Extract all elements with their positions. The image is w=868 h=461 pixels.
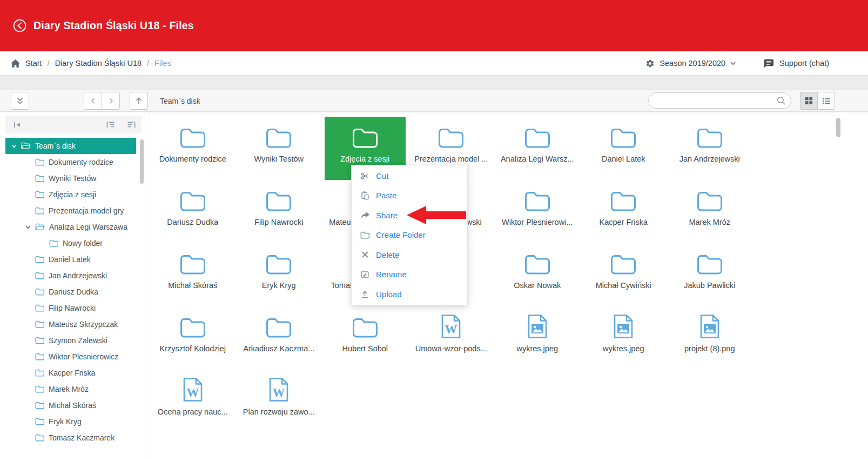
folder-tile-dokumenty-rodzice[interactable]: Dokumenty rodzice [152, 117, 233, 180]
folder-tile-filip-nawrocki[interactable]: Filip Nawrocki [238, 180, 319, 243]
tree-item-mateusz-skrzypczak[interactable]: Mateusz Skrzypczak [5, 316, 136, 332]
folder-icon [438, 123, 465, 149]
context-menu-item-cut[interactable]: Cut [352, 166, 467, 186]
folder-icon [352, 313, 379, 339]
collapse-panel-icon[interactable] [13, 121, 21, 129]
tree-item-zdj-cia-z-sesji[interactable]: Zdjęcia z sesji [5, 186, 136, 203]
double-chevron-down-button[interactable] [11, 92, 29, 110]
folder-tile-micha-cywi-ski[interactable]: Michał Cywiński [583, 243, 664, 306]
support-chat-link[interactable]: Support (chat) [764, 59, 829, 68]
tree-item-micha-sk-ra[interactable]: Michał Skóraś [5, 397, 136, 413]
tree-item-analiza-legi-warszawa[interactable]: Analiza Legi Warszawa [5, 219, 136, 235]
breadcrumb-item-diary[interactable]: Diary Stadion Śląski U18 [55, 59, 142, 68]
folder-tile-daniel-latek[interactable]: Daniel Latek [583, 117, 664, 180]
tree-item-label: Filip Nawrocki [49, 304, 96, 312]
folder-tile-kacper-friska[interactable]: Kacper Friska [583, 180, 664, 243]
file-label: Analiza Legi Warsz... [501, 155, 574, 163]
folder-tree-panel: Team`s diskDokumenty rodziceWyniki Testó… [5, 116, 147, 461]
folder-tile-arkadiusz-kaczma[interactable]: Arkadiusz Kaczma... [238, 306, 319, 370]
svg-text:W: W [445, 323, 457, 336]
tree-item-team-s-disk[interactable]: Team`s disk [5, 138, 136, 154]
folder-tile-wyniki-test-w[interactable]: Wyniki Testów [238, 117, 319, 180]
tree-item-label: Eryk Kryg [49, 417, 82, 426]
tree-item-label: Tomasz Kaczmarek [49, 433, 115, 442]
folder-tile-wiktor-plesnierowi[interactable]: Wiktor Plesnierowi... [497, 180, 578, 243]
word-file-icon: W [440, 313, 462, 339]
breadcrumb-bar: Start / Diary Stadion Śląski U18 / Files… [0, 51, 868, 76]
folder-tile-dariusz-dudka[interactable]: Dariusz Dudka [152, 180, 233, 243]
folder-tile-jakub-pawlicki[interactable]: Jakub Pawlicki [669, 243, 750, 306]
file-tile-wykres-jpeg[interactable]: wykres.jpeg [497, 306, 578, 370]
tree-item-filip-nawrocki[interactable]: Filip Nawrocki [5, 300, 136, 316]
tree-item-daniel-latek[interactable]: Daniel Latek [5, 251, 136, 268]
breadcrumb-separator: / [48, 59, 50, 68]
tree-item-label: Zdjęcia z sesji [49, 190, 96, 199]
folder-icon [696, 123, 723, 149]
breadcrumb-item-start[interactable]: Start [25, 59, 42, 68]
delete-icon [360, 251, 370, 258]
folder-icon [35, 191, 44, 198]
rename-icon [360, 270, 370, 279]
folder-icon [179, 250, 206, 276]
tree-item-eryk-kryg[interactable]: Eryk Kryg [5, 413, 136, 430]
file-label: Daniel Latek [602, 155, 645, 163]
tree-item-kacper-friska[interactable]: Kacper Friska [5, 365, 136, 381]
tree-item-wyniki-test-w[interactable]: Wyniki Testów [5, 170, 136, 186]
back-button[interactable] [11, 17, 28, 35]
tree-item-prezentacja-model-gry[interactable]: Prezentacja model gry [5, 203, 136, 219]
grid-view-icon [805, 97, 813, 105]
list-view-button[interactable] [817, 92, 835, 110]
file-tile-umowa-wzor-pods[interactable]: WUmowa-wzor-pods... [411, 306, 492, 370]
file-label: Umowa-wzor-pods... [415, 344, 487, 353]
grid-view-button[interactable] [800, 92, 818, 110]
folder-icon [179, 186, 206, 212]
expand-all-tree-icon[interactable] [127, 121, 136, 128]
folder-tile-hubert-sobol[interactable]: Hubert Sobol [325, 306, 406, 370]
context-menu-label: Cut [376, 171, 388, 181]
tree-item-label: Wiktor Plesnierowicz [49, 352, 118, 361]
folder-tile-micha-sk-ra[interactable]: Michał Skóraś [152, 243, 233, 306]
file-tile-wykres-jpeg[interactable]: wykres.jpeg [583, 306, 664, 370]
context-menu-item-rename[interactable]: Rename [352, 265, 467, 285]
search-input[interactable] [649, 93, 791, 108]
tree-item-wiktor-plesnierowicz[interactable]: Wiktor Plesnierowicz [5, 349, 136, 365]
nav-forward-button[interactable] [102, 92, 120, 110]
folder-tile-oskar-nowak[interactable]: Oskar Nowak [497, 243, 578, 306]
file-tile-plan-rozwoju-zawo[interactable]: WPlan rozwoju zawo... [238, 370, 319, 433]
file-label: Arkadiusz Kaczma... [243, 344, 314, 353]
context-menu-item-paste[interactable]: Paste [352, 186, 467, 206]
main-scrollbar[interactable] [836, 118, 840, 137]
folder-icon [35, 256, 44, 263]
tree-item-dariusz-dudka[interactable]: Dariusz Dudka [5, 284, 136, 300]
context-menu-item-delete[interactable]: Delete [352, 245, 467, 265]
folder-tile-eryk-kryg[interactable]: Eryk Kryg [238, 243, 319, 306]
sidebar-scrollbar[interactable] [140, 139, 144, 184]
home-icon[interactable] [11, 59, 20, 68]
up-directory-button[interactable] [130, 92, 148, 110]
tree-item-tomasz-kaczmarek[interactable]: Tomasz Kaczmarek [5, 430, 136, 446]
folder-tile-marek-mr-z[interactable]: Marek Mróz [669, 180, 750, 243]
season-selector[interactable]: Season 2019/2020 [645, 59, 736, 68]
folder-icon [265, 123, 292, 149]
folder-tile-krzysztof-ko-odziej[interactable]: Krzysztof Kołodziej [152, 306, 233, 370]
context-menu-item-create-folder[interactable]: Create Folder [352, 225, 467, 245]
collapse-all-tree-icon[interactable] [106, 121, 115, 128]
tree-item-nowy-folder[interactable]: Nowy folder [5, 235, 136, 251]
folder-tile-jan-andrzejewski[interactable]: Jan Andrzejewski [669, 117, 750, 180]
tree-item-marek-mr-z[interactable]: Marek Mróz [5, 381, 136, 397]
file-tile-ocena-pracy-nauc[interactable]: WOcena pracy nauc... [152, 370, 233, 433]
image-file-icon [613, 313, 634, 339]
tree-item-label: Nowy folder [63, 239, 103, 248]
file-tile-projekt-8-png[interactable]: projekt (8).png [669, 306, 750, 370]
tree-item-szymon-zalewski[interactable]: Szymon Zalewski [5, 332, 136, 349]
folder-tile-analiza-legi-warsz[interactable]: Analiza Legi Warsz... [497, 117, 578, 180]
tree-item-dokumenty-rodzice[interactable]: Dokumenty rodzice [5, 154, 136, 170]
context-menu-item-upload[interactable]: Upload [352, 284, 467, 304]
chevron-down-icon[interactable] [25, 225, 31, 229]
nav-back-button[interactable] [84, 92, 102, 110]
tree-item-jan-andrzejewski[interactable]: Jan Andrzejewski [5, 268, 136, 284]
chevron-down-icon[interactable] [11, 144, 17, 148]
context-menu-label: Create Folder [376, 230, 426, 239]
folder-icon [696, 186, 723, 212]
file-label: Hubert Sobol [342, 344, 388, 353]
